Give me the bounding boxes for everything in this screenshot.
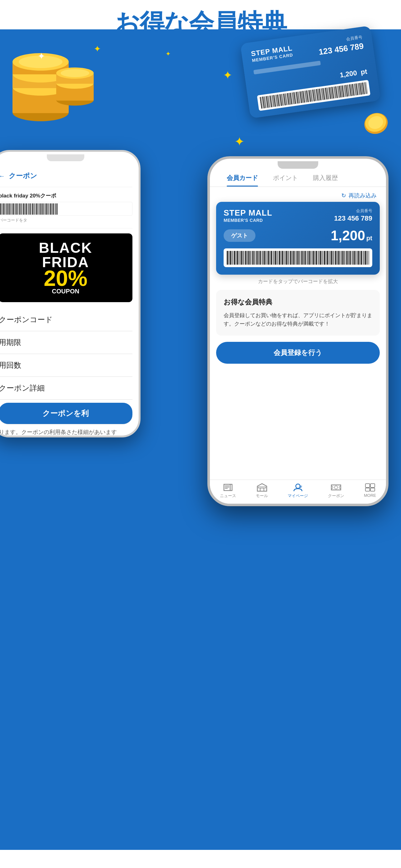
svg-rect-142 [41, 204, 42, 215]
svg-rect-254 [367, 251, 367, 265]
svg-rect-169 [247, 251, 248, 265]
card-brand-title: STEP MALL [224, 208, 272, 218]
svg-rect-141 [40, 204, 41, 215]
tab-purchase-history[interactable]: 購入履歴 [305, 174, 345, 187]
use-coupon-btn[interactable]: クーポンを利 [0, 403, 132, 424]
svg-rect-232 [335, 251, 336, 265]
svg-rect-200 [290, 251, 291, 265]
svg-rect-125 [20, 204, 20, 215]
sparkle-2: ✦ [166, 50, 171, 58]
coupon-code-label: クーポンコード [0, 308, 132, 331]
svg-rect-173 [252, 251, 254, 265]
svg-rect-121 [15, 204, 15, 215]
nav-item-more[interactable]: MORE [364, 483, 376, 499]
svg-rect-255 [368, 251, 368, 265]
svg-rect-245 [354, 251, 355, 265]
svg-rect-174 [254, 251, 255, 265]
svg-rect-126 [21, 204, 22, 215]
register-button[interactable]: 会員登録を行う [216, 342, 380, 364]
svg-point-270 [296, 484, 300, 488]
card-member-label: 会員番号 [334, 208, 372, 214]
svg-rect-252 [364, 251, 364, 265]
svg-rect-154 [57, 204, 58, 215]
member-card-phone[interactable]: STEP MALL MEMBER'S CARD 会員番号 123 456 789… [216, 202, 380, 275]
svg-rect-114 [6, 204, 6, 215]
nav-item-news[interactable]: ニュース [220, 483, 236, 499]
svg-rect-244 [352, 251, 353, 265]
svg-rect-122 [15, 204, 16, 215]
svg-rect-214 [310, 251, 311, 265]
svg-rect-117 [9, 204, 10, 215]
svg-rect-113 [4, 204, 5, 215]
phone-front: 会員カード ポイント 購入履歴 ↻ 再読み込み STEP MALL MEMBER… [207, 156, 389, 506]
svg-rect-276 [365, 488, 370, 491]
svg-rect-134 [31, 204, 32, 215]
svg-rect-192 [279, 251, 280, 265]
card-member-info: 会員番号 123 456 789 [334, 208, 372, 222]
svg-rect-160 [234, 251, 235, 265]
svg-rect-234 [338, 251, 339, 265]
svg-rect-187 [273, 251, 273, 265]
svg-rect-116 [8, 204, 9, 215]
svg-rect-124 [19, 204, 19, 215]
svg-rect-158 [232, 251, 232, 265]
nav-item-coupon[interactable]: クーポン [328, 483, 344, 499]
card-middle-row: ゲスト 1,200 pt [224, 228, 372, 243]
svg-rect-120 [13, 204, 14, 215]
svg-rect-29 [269, 96, 272, 107]
card-member-number: 123 456 789 [334, 214, 372, 222]
phone-front-screen: 会員カード ポイント 購入履歴 ↻ 再読み込み STEP MALL MEMBER… [210, 159, 386, 504]
svg-point-14 [61, 69, 89, 77]
svg-rect-150 [52, 204, 52, 215]
phone-back: ← クーポン black friday 20%クーポ [0, 150, 140, 437]
svg-rect-137 [35, 204, 35, 215]
svg-rect-180 [262, 251, 263, 265]
nav-item-mall[interactable]: モール [256, 483, 268, 499]
svg-rect-140 [39, 204, 39, 215]
svg-rect-225 [326, 251, 326, 265]
svg-rect-196 [285, 251, 286, 265]
reload-label[interactable]: 再読み込み [348, 192, 377, 199]
svg-rect-136 [34, 204, 34, 215]
reload-icon[interactable]: ↻ [341, 192, 346, 199]
svg-rect-145 [45, 204, 45, 215]
svg-rect-123 [17, 204, 18, 215]
svg-rect-112 [3, 204, 4, 215]
svg-rect-241 [348, 251, 349, 265]
svg-rect-151 [53, 204, 54, 215]
tab-points[interactable]: ポイント [265, 174, 305, 187]
back-coupon-barcode [0, 202, 132, 216]
svg-rect-218 [316, 251, 317, 265]
svg-rect-222 [322, 251, 322, 265]
svg-rect-155 [227, 251, 228, 265]
phones-section: ← クーポン black friday 20%クーポ [0, 162, 401, 850]
svg-rect-164 [240, 251, 240, 265]
svg-rect-201 [292, 251, 293, 265]
svg-rect-223 [323, 251, 323, 265]
back-bf-image: BLACK FRIDA 20% COUPON [0, 234, 132, 302]
svg-rect-168 [245, 251, 246, 265]
svg-rect-246 [356, 251, 356, 265]
svg-rect-250 [361, 251, 362, 265]
svg-rect-248 [358, 251, 359, 265]
svg-rect-183 [267, 251, 267, 265]
svg-rect-159 [233, 251, 233, 265]
tab-member-card[interactable]: 会員カード [219, 174, 265, 187]
back-side-labels: クーポンコード 用期限 用回数 クーポン詳細 クーポンを利 ります。クーポンの利… [0, 308, 132, 436]
svg-rect-157 [230, 251, 231, 265]
svg-rect-161 [236, 251, 236, 265]
float-card-points: 1,200 pt [338, 61, 368, 81]
svg-rect-171 [250, 251, 251, 265]
svg-rect-194 [282, 251, 283, 265]
svg-rect-199 [289, 251, 290, 265]
tap-hint: カードをタップでバーコードを拡大 [210, 275, 386, 290]
back-coupon-header-label: クーポン [9, 171, 37, 181]
svg-rect-206 [299, 251, 300, 265]
card-points-value: 1,200 [331, 228, 365, 243]
svg-rect-215 [312, 251, 312, 265]
svg-rect-118 [11, 204, 11, 215]
svg-rect-153 [55, 204, 56, 215]
floating-member-card: STEP MALL MEMBER'S CARD 会員番号 123 456 789… [240, 26, 380, 118]
svg-rect-202 [293, 251, 295, 265]
nav-item-mypage[interactable]: マイページ [288, 483, 308, 499]
